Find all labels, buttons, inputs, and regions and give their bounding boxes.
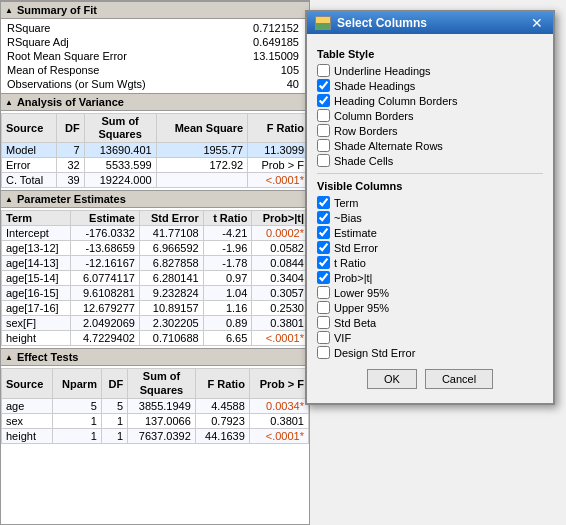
column-option-7[interactable]: Upper 95% [317, 301, 543, 314]
table-cell: 0.3404 [252, 271, 309, 286]
column-option-4[interactable]: t Ratio [317, 256, 543, 269]
ok-button[interactable]: OK [367, 369, 417, 389]
style-label-1: Shade Headings [334, 80, 415, 92]
effect-header[interactable]: Effect Tests [1, 348, 309, 366]
table-cell: 0.3801 [249, 413, 308, 428]
effect-col-source: Source [2, 369, 53, 398]
column-option-1[interactable]: ~Bias [317, 211, 543, 224]
table-cell: C. Total [2, 173, 57, 188]
table-cell: 1.16 [203, 301, 252, 316]
column-checkbox-1[interactable] [317, 211, 330, 224]
cancel-button[interactable]: Cancel [425, 369, 493, 389]
table-cell: 7 [56, 143, 84, 158]
style-option-4[interactable]: Row Borders [317, 124, 543, 137]
column-checkbox-10[interactable] [317, 346, 330, 359]
column-option-9[interactable]: VIF [317, 331, 543, 344]
dialog-divider [317, 173, 543, 174]
table-cell: 11.3099 [248, 143, 309, 158]
table-cell: Prob > F [248, 158, 309, 173]
style-option-5[interactable]: Shade Alternate Rows [317, 139, 543, 152]
row-value: 13.15009 [219, 49, 309, 63]
column-option-0[interactable]: Term [317, 196, 543, 209]
table-cell: 0.7923 [195, 413, 249, 428]
table-cell: 6.65 [203, 331, 252, 346]
style-option-1[interactable]: Shade Headings [317, 79, 543, 92]
effect-col-df: DF [101, 369, 127, 398]
style-checkbox-1[interactable] [317, 79, 330, 92]
table-style-title: Table Style [317, 48, 543, 60]
anova-col-df: DF [56, 114, 84, 143]
summary-of-fit-header[interactable]: Summary of Fit [1, 1, 309, 19]
column-option-8[interactable]: Std Beta [317, 316, 543, 329]
table-cell: 10.89157 [139, 301, 203, 316]
table-row: age[13-12]-13.686596.966592-1.960.0582 [2, 241, 309, 256]
style-option-2[interactable]: Heading Column Borders [317, 94, 543, 107]
style-option-0[interactable]: Underline Headings [317, 64, 543, 77]
column-option-2[interactable]: Estimate [317, 226, 543, 239]
column-label-1: ~Bias [334, 212, 362, 224]
table-cell: 0.0844 [252, 256, 309, 271]
column-checkbox-7[interactable] [317, 301, 330, 314]
table-cell: 172.92 [156, 158, 247, 173]
row-label: Mean of Response [1, 63, 219, 77]
column-label-9: VIF [334, 332, 351, 344]
effect-title: Effect Tests [17, 351, 79, 363]
column-label-2: Estimate [334, 227, 377, 239]
column-option-10[interactable]: Design Std Error [317, 346, 543, 359]
param-header[interactable]: Parameter Estimates [1, 190, 309, 208]
row-label: Root Mean Square Error [1, 49, 219, 63]
column-checkbox-4[interactable] [317, 256, 330, 269]
column-checkbox-6[interactable] [317, 286, 330, 299]
param-title: Parameter Estimates [17, 193, 126, 205]
table-cell: 0.3057 [252, 286, 309, 301]
table-cell: 1.04 [203, 286, 252, 301]
column-option-3[interactable]: Std Error [317, 241, 543, 254]
table-cell: -12.16167 [71, 256, 140, 271]
effect-col-prob: Prob > F [249, 369, 308, 398]
table-cell: 32 [56, 158, 84, 173]
column-option-5[interactable]: Prob>|t| [317, 271, 543, 284]
table-cell: <.0001* [248, 173, 309, 188]
style-checkbox-5[interactable] [317, 139, 330, 152]
style-checkbox-4[interactable] [317, 124, 330, 137]
table-cell: <.0001* [249, 428, 308, 443]
column-checkbox-9[interactable] [317, 331, 330, 344]
column-checkbox-0[interactable] [317, 196, 330, 209]
column-label-3: Std Error [334, 242, 378, 254]
table-cell: Intercept [2, 226, 71, 241]
table-row: age[16-15]9.61082819.2328241.040.3057 [2, 286, 309, 301]
column-checkbox-2[interactable] [317, 226, 330, 239]
style-option-3[interactable]: Column Borders [317, 109, 543, 122]
style-option-6[interactable]: Shade Cells [317, 154, 543, 167]
table-row: sex[F]2.04920692.3022050.890.3801 [2, 316, 309, 331]
anova-col-ms: Mean Square [156, 114, 247, 143]
style-checkbox-0[interactable] [317, 64, 330, 77]
row-label: Observations (or Sum Wgts) [1, 77, 219, 91]
column-label-8: Std Beta [334, 317, 376, 329]
style-checkbox-2[interactable] [317, 94, 330, 107]
column-option-6[interactable]: Lower 95% [317, 286, 543, 299]
column-checkbox-5[interactable] [317, 271, 330, 284]
style-label-5: Shade Alternate Rows [334, 140, 443, 152]
style-checkbox-6[interactable] [317, 154, 330, 167]
table-cell: 0.0582 [252, 241, 309, 256]
column-checkbox-8[interactable] [317, 316, 330, 329]
param-col-stderr: Std Error [139, 211, 203, 226]
table-cell: age[13-12] [2, 241, 71, 256]
anova-col-f: F Ratio [248, 114, 309, 143]
table-row: RSquare0.712152 [1, 21, 309, 35]
style-checkbox-3[interactable] [317, 109, 330, 122]
effect-content: Source Nparm DF Sum ofSquares F Ratio Pr… [1, 366, 309, 445]
param-col-term: Term [2, 211, 71, 226]
table-row: height117637.039244.1639<.0001* [2, 428, 309, 443]
table-cell: -176.0332 [71, 226, 140, 241]
column-label-10: Design Std Error [334, 347, 415, 359]
anova-header[interactable]: Analysis of Variance [1, 93, 309, 111]
dialog-close-button[interactable]: ✕ [529, 16, 545, 30]
column-checkbox-3[interactable] [317, 241, 330, 254]
visible-columns-title: Visible Columns [317, 180, 543, 192]
column-label-6: Lower 95% [334, 287, 389, 299]
row-value: 40 [219, 77, 309, 91]
table-cell: 2.0492069 [71, 316, 140, 331]
table-cell: 6.0774117 [71, 271, 140, 286]
